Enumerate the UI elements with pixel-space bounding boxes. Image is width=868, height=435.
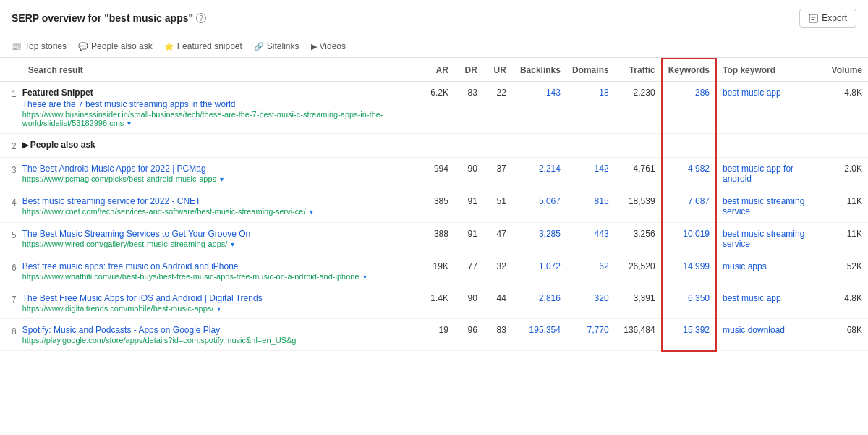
result-cell: Best music streaming service for 2022 - … bbox=[22, 190, 418, 223]
domains-link[interactable]: 62 bbox=[599, 261, 608, 271]
top-keyword-link[interactable]: best music app for android bbox=[723, 164, 793, 184]
domains-link[interactable]: 7,770 bbox=[587, 325, 609, 335]
result-title-link[interactable]: Spotify: Music and Podcasts - Apps on Go… bbox=[22, 325, 220, 335]
result-title-link[interactable]: Best free music apps: free music on Andr… bbox=[22, 261, 239, 271]
dr-value: 96 bbox=[454, 319, 483, 351]
traffic-value: 18,539 bbox=[615, 190, 662, 223]
domains-empty bbox=[566, 134, 615, 158]
result-title-link[interactable]: The Best Music Streaming Services to Get… bbox=[22, 229, 250, 239]
top-keyword-link[interactable]: best music streaming service bbox=[723, 196, 804, 216]
export-icon bbox=[809, 14, 818, 23]
expand-arrow-icon[interactable]: ▶ bbox=[22, 140, 28, 149]
backlinks-link[interactable]: 195,354 bbox=[529, 325, 561, 335]
table-row: 6 Best free music apps: free music on An… bbox=[0, 255, 868, 287]
ur-value: 47 bbox=[483, 223, 512, 255]
dropdown-arrow-icon[interactable]: ▾ bbox=[127, 119, 131, 127]
top-stories-icon: 📰 bbox=[12, 42, 22, 51]
domains-value: 18 bbox=[566, 82, 615, 134]
col-header-dr: DR bbox=[454, 59, 483, 82]
keywords-link[interactable]: 286 bbox=[695, 88, 710, 98]
row-number: 2 bbox=[0, 134, 22, 158]
featured-snippet-label: Featured Snippet bbox=[22, 88, 412, 98]
result-cell: Spotify: Music and Podcasts - Apps on Go… bbox=[22, 319, 418, 351]
page-title: SERP overview for "best music apps" bbox=[12, 12, 193, 24]
backlinks-link[interactable]: 3,285 bbox=[539, 229, 561, 239]
svg-rect-0 bbox=[809, 14, 817, 22]
top-keyword-link[interactable]: best music app bbox=[723, 88, 781, 98]
tab-videos-label: Videos bbox=[320, 41, 346, 51]
top-keyword-cell: best music streaming service bbox=[716, 223, 825, 255]
ur-empty bbox=[483, 134, 512, 158]
domains-link[interactable]: 815 bbox=[595, 196, 609, 206]
tab-featured-snippet[interactable]: ⭐ Featured snippet bbox=[164, 41, 242, 51]
result-title-link[interactable]: The Best Android Music Apps for 2022 | P… bbox=[22, 164, 206, 174]
keywords-value: 286 bbox=[662, 82, 716, 134]
result-title-link[interactable]: Best music streaming service for 2022 - … bbox=[22, 196, 201, 206]
help-icon[interactable]: ? bbox=[196, 13, 206, 23]
tab-top-stories[interactable]: 📰 Top stories bbox=[12, 41, 67, 51]
volume-value: 4.8K bbox=[825, 287, 868, 319]
top-keyword-cell: music apps bbox=[716, 255, 825, 287]
domains-link[interactable]: 443 bbox=[595, 229, 609, 239]
dropdown-arrow-icon[interactable]: ▾ bbox=[220, 175, 224, 183]
col-header-num bbox=[0, 59, 22, 82]
keywords-link[interactable]: 7,687 bbox=[688, 196, 710, 206]
row-number: 4 bbox=[0, 190, 22, 223]
dropdown-arrow-icon[interactable]: ▾ bbox=[217, 305, 221, 313]
result-url: https://www.cnet.com/tech/services-and-s… bbox=[22, 207, 412, 216]
backlinks-link[interactable]: 143 bbox=[546, 88, 561, 98]
keywords-link[interactable]: 15,392 bbox=[683, 325, 710, 335]
keywords-value: 7,687 bbox=[662, 190, 716, 223]
result-title-link[interactable]: The Best Free Music Apps for iOS and And… bbox=[22, 293, 263, 303]
top-keyword-link[interactable]: best music app bbox=[723, 293, 781, 303]
tab-sitelinks[interactable]: 🔗 Sitelinks bbox=[254, 41, 299, 51]
volume-value: 11K bbox=[825, 223, 868, 255]
results-table-container: Search result AR DR UR Backlinks Domains… bbox=[0, 58, 868, 352]
domains-link[interactable]: 320 bbox=[595, 293, 609, 303]
backlinks-link[interactable]: 1,072 bbox=[539, 261, 561, 271]
export-button[interactable]: Export bbox=[799, 9, 856, 28]
col-header-volume: Volume bbox=[825, 59, 868, 82]
keywords-link[interactable]: 6,350 bbox=[688, 293, 710, 303]
table-row: 3 The Best Android Music Apps for 2022 |… bbox=[0, 158, 868, 190]
domains-value: 142 bbox=[566, 158, 615, 190]
domains-link[interactable]: 142 bbox=[595, 164, 609, 174]
top-keyword-link[interactable]: music apps bbox=[723, 261, 767, 271]
result-cell: Best free music apps: free music on Andr… bbox=[22, 255, 418, 287]
backlinks-link[interactable]: 2,816 bbox=[539, 293, 561, 303]
ar-value: 994 bbox=[418, 158, 454, 190]
col-header-search-result: Search result bbox=[22, 59, 418, 82]
col-header-domains: Domains bbox=[566, 59, 615, 82]
backlinks-link[interactable]: 2,214 bbox=[539, 164, 561, 174]
result-url: https://www.businessinsider.in/small-bus… bbox=[22, 110, 412, 127]
dr-empty bbox=[454, 134, 483, 158]
result-title-link[interactable]: These are the 7 best music streaming app… bbox=[22, 99, 236, 109]
traffic-value: 3,391 bbox=[615, 287, 662, 319]
keywords-link[interactable]: 4,982 bbox=[688, 164, 710, 174]
videos-icon: ▶ bbox=[311, 42, 317, 51]
backlinks-link[interactable]: 5,067 bbox=[539, 196, 561, 206]
dropdown-arrow-icon[interactable]: ▾ bbox=[231, 240, 234, 248]
table-row: 4 Best music streaming service for 2022 … bbox=[0, 190, 868, 223]
result-url: https://play.google.com/store/apps/detai… bbox=[22, 336, 412, 345]
row-number: 7 bbox=[0, 287, 22, 319]
people-also-ask-cell: ▶People also ask bbox=[22, 134, 418, 158]
result-cell: The Best Android Music Apps for 2022 | P… bbox=[22, 158, 418, 190]
backlinks-value: 5,067 bbox=[512, 190, 566, 223]
keywords-value: 10,019 bbox=[662, 223, 716, 255]
tab-people-also-ask[interactable]: 💬 People also ask bbox=[78, 41, 153, 51]
dropdown-arrow-icon[interactable]: ▾ bbox=[310, 208, 313, 216]
tab-sitelinks-label: Sitelinks bbox=[267, 41, 299, 51]
top-keyword-link[interactable]: music download bbox=[723, 325, 785, 335]
keywords-link[interactable]: 10,019 bbox=[683, 229, 710, 239]
people-also-ask-label[interactable]: ▶People also ask bbox=[22, 140, 95, 150]
tab-videos[interactable]: ▶ Videos bbox=[311, 41, 346, 51]
dropdown-arrow-icon[interactable]: ▾ bbox=[363, 273, 367, 281]
ar-value: 6.2K bbox=[418, 82, 454, 134]
domains-link[interactable]: 18 bbox=[599, 88, 608, 98]
keywords-link[interactable]: 14,999 bbox=[683, 261, 710, 271]
top-keyword-link[interactable]: best music streaming service bbox=[723, 229, 804, 249]
dr-value: 91 bbox=[454, 223, 483, 255]
backlinks-value: 195,354 bbox=[512, 319, 566, 351]
row-number: 5 bbox=[0, 223, 22, 255]
